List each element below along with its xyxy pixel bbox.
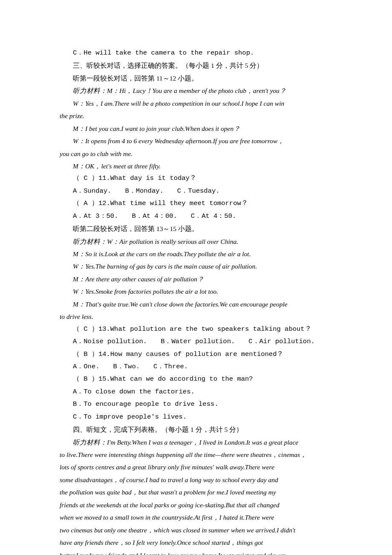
question-11-options: A．Sunday. B．Monday. C．Tuesday. <box>60 185 345 197</box>
dialog2-line: W：Yes.Smoke from factories pollutes the … <box>60 285 345 298</box>
dialog2-line: M：So it is.Look at the cars on the roads… <box>60 248 345 260</box>
question-15-option-a: A．To close down the factories. <box>60 386 345 398</box>
section-3-title: 三、听较长对话，选择正确的答案。（每小题 1 分，共计 5 分） <box>60 59 345 72</box>
dialog2-line-wrap: to drive less. <box>60 310 345 323</box>
question-15-option-b: B．To encourage people to drive less. <box>60 398 345 410</box>
page-content: C．He will take the camera to the repair … <box>0 0 392 555</box>
passage-line: two cinemas but only one theatre，which w… <box>60 524 345 536</box>
dialog2-line: W：Yes.The burning of gas by cars is the … <box>60 260 345 272</box>
dialog1-line: 听力材料：M：Hi，Lucy！You are a member of the p… <box>60 84 345 97</box>
question-15: （ B ）15.What can we do according to the … <box>60 373 345 385</box>
dialog2-line: 听力材料：W：Air pollution is really serious a… <box>60 235 345 248</box>
dialog2-line: M：Are there any other causes of air poll… <box>60 273 345 285</box>
question-14-options: A．One. B．Two. C．Three. <box>60 361 345 373</box>
section-3-sub1: 听第一段较长对话，回答第 11～12 小题。 <box>60 72 345 84</box>
question-12-options: A．At 3：50. B．At 4：00. C．At 4：50. <box>60 210 345 223</box>
passage-line: to live.There were interesting things ha… <box>60 448 345 461</box>
dialog1-line-wrap: you can go to club with me. <box>60 147 345 160</box>
dialog1-line-wrap: the prize. <box>60 110 345 122</box>
passage-line: the pollution was quite bad，but that was… <box>60 486 345 498</box>
question-11: （ C ）11.What day is it today？ <box>60 172 345 185</box>
passage-line: some disadvantages，of course.I had to tr… <box>60 474 345 486</box>
passage-line: 听力材料：I'm Betty.When I was a teenager，I l… <box>60 436 345 448</box>
question-15-option-c: C．To improve people's lives. <box>60 411 345 423</box>
passage-line: have any friends there，so I felt very lo… <box>60 536 345 549</box>
question-13: （ C ）13.What pollution are the two speak… <box>60 323 345 335</box>
passage-line: friends at the weekends at the local par… <box>60 499 345 511</box>
question-14: （ B ）14.How many causes of pollution are… <box>60 348 345 361</box>
passage-line: when we moved to a small town in the cou… <box>60 511 345 523</box>
dialog2-line: M：That's quite true.We can't close down … <box>60 298 345 310</box>
question-13-options: A．Noise pollution. B．Water pollution. C．… <box>60 335 345 348</box>
option-c-text: C．He will take the camera to the repair … <box>60 47 345 59</box>
dialog1-line: M：I bet you can.I want to join your club… <box>60 122 345 135</box>
dialog1-line: W：It opens from 4 to 6 every Wednesday a… <box>60 135 345 147</box>
section-3-sub2: 听第二段较长对话，回答第 13～15 小题。 <box>60 223 345 235</box>
passage-line: better.I made new friends and I learnt t… <box>60 549 345 555</box>
question-12: （ A ）12.What time will they meet tomorro… <box>60 197 345 210</box>
dialog1-line: M：OK，let's meet at three fifty. <box>60 160 345 172</box>
passage-line: lots of sports centres and a great libra… <box>60 461 345 473</box>
section-4-title: 四、听短文，完成下列表格。（每小题 1 分，共计 5 分） <box>60 423 345 436</box>
dialog1-line: W：Yes，I am.There will be a photo competi… <box>60 97 345 110</box>
